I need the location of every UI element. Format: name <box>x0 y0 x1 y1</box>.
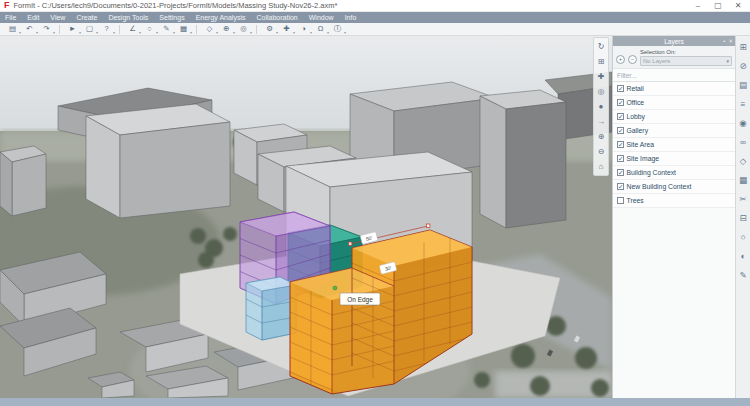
viewport-canvas[interactable]: 50' 30' On Edge ↻ ⊞ <box>0 36 612 398</box>
close-button[interactable]: ✕ <box>728 0 748 12</box>
query-tool-button[interactable]: ?▾ <box>98 23 115 35</box>
tool-icon: Ⓘ <box>334 24 342 34</box>
layer-visibility-checkbox[interactable] <box>617 141 624 148</box>
layer-row[interactable]: Office <box>613 96 735 110</box>
orbit-nav-button[interactable]: ↻ <box>594 39 608 54</box>
layer-visibility-checkbox[interactable] <box>617 99 624 106</box>
analysis-panel-icon[interactable]: ⊟ <box>736 209 750 228</box>
tool-icon: ⊕ <box>223 24 229 34</box>
shadows-tool-button[interactable]: ◑▾ <box>295 23 312 35</box>
menu-item[interactable]: Energy Analysis <box>196 14 246 21</box>
layer-row[interactable]: Gallery <box>613 124 735 138</box>
walk-nav-button[interactable]: ● <box>594 99 608 114</box>
lobby-massing-blue[interactable] <box>246 277 296 340</box>
tool-icon: ✎ <box>163 24 169 34</box>
menu-item[interactable]: Collaboration <box>256 14 297 21</box>
levels-panel-icon[interactable]: ≡ <box>736 95 750 114</box>
target-tool-button[interactable]: ⊕▾ <box>218 23 235 35</box>
tool-icon: ◎ <box>240 24 247 34</box>
pan-nav-button[interactable]: ✚ <box>594 69 608 84</box>
layers-panel-header[interactable]: Layers ▪ ✕ <box>613 36 735 46</box>
layers-panel: Layers ▪ ✕ + − Selection On: No Layers ▾ <box>612 36 735 398</box>
remove-layer-button[interactable]: − <box>628 55 637 64</box>
sketch-panel-icon[interactable]: ✎ <box>736 266 750 285</box>
paint-tool-button[interactable]: ✎▾ <box>158 23 175 35</box>
menu-item[interactable]: Window <box>309 14 334 21</box>
visual-styles-panel-icon[interactable]: ◐ <box>736 247 750 266</box>
cut-plane-panel-icon[interactable]: ✂ <box>736 190 750 209</box>
panel-icon-strip: ⊞ ⊘ ▤ ≡ ◉ ∞ ◇ ▦ ✂ ⊟ ○ ◐ <box>735 36 750 398</box>
layer-visibility-checkbox[interactable] <box>617 155 624 162</box>
materials-panel-icon[interactable]: ⊘ <box>736 57 750 76</box>
sheets-panel-icon[interactable]: ▦ <box>736 171 750 190</box>
tool-icon: ► <box>69 24 76 34</box>
formit-logo-icon: F <box>4 1 10 10</box>
add-layer-button[interactable]: + <box>616 55 625 64</box>
properties-panel-icon[interactable]: ⊞ <box>736 38 750 57</box>
menu-item[interactable]: Settings <box>159 14 184 21</box>
section-tool-button[interactable]: ▦▾ <box>175 23 192 35</box>
layer-row[interactable]: Site Image <box>613 152 735 166</box>
tool-icon: ↷ <box>43 24 49 34</box>
layer-name: Lobby <box>627 113 646 120</box>
tool-dropdown-caret-icon[interactable]: ▾ <box>53 30 55 35</box>
layer-visibility-checkbox[interactable] <box>617 197 624 204</box>
layer-visibility-checkbox[interactable] <box>617 127 624 134</box>
layer-visibility-checkbox[interactable] <box>617 169 624 176</box>
layers-panel-icon[interactable]: ▤ <box>736 76 750 95</box>
layer-visibility-checkbox[interactable] <box>617 85 624 92</box>
zoom-tool-button[interactable]: ○▾ <box>141 23 158 35</box>
selection-layer-dropdown[interactable]: No Layers ▾ <box>640 56 732 66</box>
layer-filter-input[interactable] <box>613 72 735 79</box>
layer-row[interactable]: Lobby <box>613 110 735 124</box>
layer-visibility-checkbox[interactable] <box>617 183 624 190</box>
minimize-button[interactable]: – <box>688 0 708 12</box>
menu-item[interactable]: Edit <box>27 14 39 21</box>
zoom-in-nav-button[interactable]: ⊕ <box>594 129 608 144</box>
panel-close-icon[interactable]: ✕ <box>728 38 733 44</box>
tool-icon: ∠ <box>129 24 136 34</box>
layer-row[interactable]: Trees <box>613 194 735 208</box>
tool-dropdown-caret-icon[interactable]: ▾ <box>344 30 346 35</box>
location-tool-button[interactable]: ◇▾ <box>201 23 218 35</box>
panel-pin-icon[interactable]: ▪ <box>723 38 725 44</box>
redo-button[interactable]: ↷▾ <box>38 23 55 35</box>
orbit-tool-button[interactable]: ◎▾ <box>235 23 252 35</box>
layer-row[interactable]: Site Area <box>613 138 735 152</box>
zoom-out-nav-button[interactable]: ⊖ <box>594 144 608 159</box>
layer-row[interactable]: New Building Context <box>613 180 735 194</box>
menu-item[interactable]: View <box>50 14 65 21</box>
menu-item[interactable]: Design Tools <box>108 14 148 21</box>
layer-row[interactable]: Retail <box>613 82 735 96</box>
scenes-panel-icon[interactable]: ◉ <box>736 114 750 133</box>
menu-bar: File Edit View Create Design Tools Setti… <box>0 12 750 23</box>
tool-dropdown-caret-icon[interactable]: ▾ <box>113 30 115 35</box>
menu-item[interactable]: File <box>5 14 16 21</box>
box-select-tool-button[interactable]: ▢▾ <box>81 23 98 35</box>
draw-line-tool-button[interactable]: ∠▾ <box>124 23 141 35</box>
fly-nav-button[interactable]: → <box>594 114 608 129</box>
content-library-panel-icon[interactable]: ◇ <box>736 152 750 171</box>
save-button[interactable]: ▤▾ <box>4 23 21 35</box>
collaboration-tool-button[interactable]: Ω▾ <box>312 23 329 35</box>
layer-row[interactable]: Building Context <box>613 166 735 180</box>
look-around-nav-button[interactable]: ◎ <box>594 84 608 99</box>
sun-study-panel-icon[interactable]: ○ <box>736 228 750 247</box>
tool-icon: ○ <box>147 24 152 34</box>
menu-item[interactable]: Create <box>76 14 97 21</box>
layer-visibility-checkbox[interactable] <box>617 113 624 120</box>
tool-dropdown-caret-icon[interactable]: ▾ <box>250 30 252 35</box>
menu-item[interactable]: Info <box>345 14 357 21</box>
tool-icon: ✚ <box>283 24 289 34</box>
zoom-window-nav-button[interactable]: ⊞ <box>594 54 608 69</box>
undo-button[interactable]: ↶▾ <box>21 23 38 35</box>
groups-panel-icon[interactable]: ∞ <box>736 133 750 152</box>
chevron-down-icon: ▾ <box>726 58 729 64</box>
select-tool-button[interactable]: ►▾ <box>64 23 81 35</box>
zoom-extents-nav-button[interactable]: ⌂ <box>594 159 608 174</box>
tool-dropdown-caret-icon[interactable]: ▾ <box>190 30 192 35</box>
info-tool-button[interactable]: Ⓘ▾ <box>329 23 346 35</box>
maximize-button[interactable]: ▢ <box>708 0 728 12</box>
settings-tool-button[interactable]: ⚙▾ <box>261 23 278 35</box>
pan-tool-button[interactable]: ✚▾ <box>278 23 295 35</box>
